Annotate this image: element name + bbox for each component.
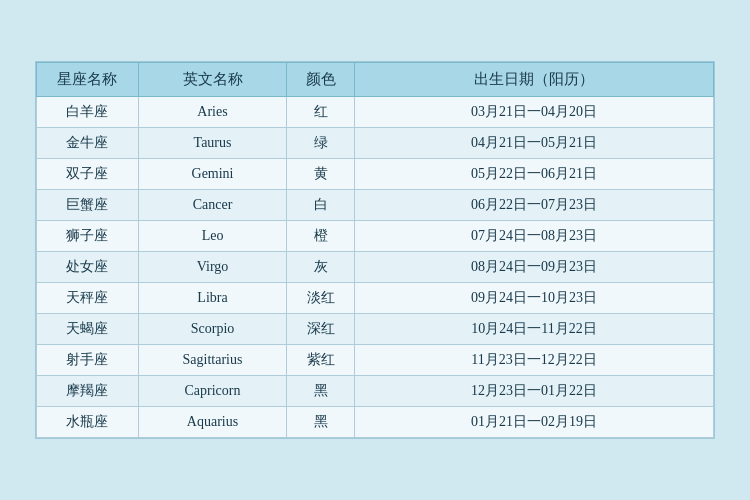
table-row: 巨蟹座Cancer白06月22日一07月23日 [37, 190, 714, 221]
cell-chinese: 水瓶座 [37, 407, 139, 438]
cell-english: Aquarius [138, 407, 287, 438]
cell-color: 红 [287, 97, 355, 128]
cell-color: 黑 [287, 407, 355, 438]
cell-english: Scorpio [138, 314, 287, 345]
header-color: 颜色 [287, 63, 355, 97]
table-row: 射手座Sagittarius紫红11月23日一12月22日 [37, 345, 714, 376]
cell-color: 黑 [287, 376, 355, 407]
cell-chinese: 天秤座 [37, 283, 139, 314]
cell-english: Leo [138, 221, 287, 252]
cell-english: Cancer [138, 190, 287, 221]
table-row: 天蝎座Scorpio深红10月24日一11月22日 [37, 314, 714, 345]
table-row: 天秤座Libra淡红09月24日一10月23日 [37, 283, 714, 314]
cell-chinese: 巨蟹座 [37, 190, 139, 221]
cell-english: Capricorn [138, 376, 287, 407]
header-english: 英文名称 [138, 63, 287, 97]
cell-english: Libra [138, 283, 287, 314]
cell-chinese: 天蝎座 [37, 314, 139, 345]
table-row: 处女座Virgo灰08月24日一09月23日 [37, 252, 714, 283]
cell-date: 07月24日一08月23日 [355, 221, 714, 252]
cell-date: 08月24日一09月23日 [355, 252, 714, 283]
cell-english: Aries [138, 97, 287, 128]
table-header-row: 星座名称 英文名称 颜色 出生日期（阳历） [37, 63, 714, 97]
cell-chinese: 射手座 [37, 345, 139, 376]
cell-chinese: 白羊座 [37, 97, 139, 128]
header-date: 出生日期（阳历） [355, 63, 714, 97]
cell-english: Sagittarius [138, 345, 287, 376]
table-row: 金牛座Taurus绿04月21日一05月21日 [37, 128, 714, 159]
cell-color: 紫红 [287, 345, 355, 376]
cell-color: 淡红 [287, 283, 355, 314]
header-chinese: 星座名称 [37, 63, 139, 97]
cell-english: Taurus [138, 128, 287, 159]
cell-color: 灰 [287, 252, 355, 283]
table-row: 水瓶座Aquarius黑01月21日一02月19日 [37, 407, 714, 438]
table-row: 双子座Gemini黄05月22日一06月21日 [37, 159, 714, 190]
cell-date: 06月22日一07月23日 [355, 190, 714, 221]
cell-chinese: 双子座 [37, 159, 139, 190]
zodiac-table: 星座名称 英文名称 颜色 出生日期（阳历） 白羊座Aries红03月21日一04… [36, 62, 714, 438]
cell-color: 深红 [287, 314, 355, 345]
cell-color: 橙 [287, 221, 355, 252]
cell-chinese: 摩羯座 [37, 376, 139, 407]
cell-date: 11月23日一12月22日 [355, 345, 714, 376]
cell-date: 10月24日一11月22日 [355, 314, 714, 345]
table-row: 摩羯座Capricorn黑12月23日一01月22日 [37, 376, 714, 407]
cell-chinese: 狮子座 [37, 221, 139, 252]
cell-color: 绿 [287, 128, 355, 159]
cell-date: 01月21日一02月19日 [355, 407, 714, 438]
cell-date: 03月21日一04月20日 [355, 97, 714, 128]
cell-english: Gemini [138, 159, 287, 190]
cell-color: 白 [287, 190, 355, 221]
table-row: 狮子座Leo橙07月24日一08月23日 [37, 221, 714, 252]
table-row: 白羊座Aries红03月21日一04月20日 [37, 97, 714, 128]
cell-date: 12月23日一01月22日 [355, 376, 714, 407]
cell-date: 09月24日一10月23日 [355, 283, 714, 314]
zodiac-table-container: 星座名称 英文名称 颜色 出生日期（阳历） 白羊座Aries红03月21日一04… [35, 61, 715, 439]
cell-date: 04月21日一05月21日 [355, 128, 714, 159]
cell-chinese: 金牛座 [37, 128, 139, 159]
cell-date: 05月22日一06月21日 [355, 159, 714, 190]
cell-english: Virgo [138, 252, 287, 283]
cell-color: 黄 [287, 159, 355, 190]
cell-chinese: 处女座 [37, 252, 139, 283]
